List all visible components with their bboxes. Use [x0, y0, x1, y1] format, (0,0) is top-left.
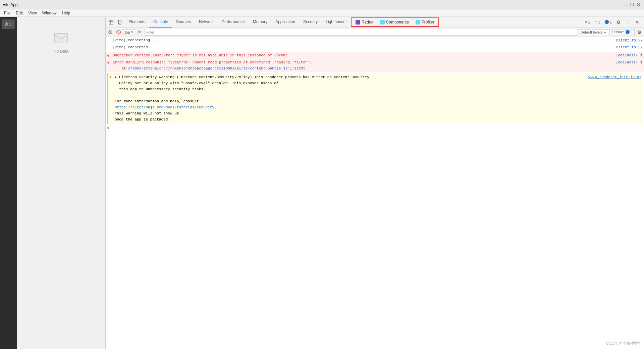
console-text-vite-connecting: [vite] connecting... [112, 37, 613, 43]
warning-badge: ⚠ 1 [593, 19, 602, 24]
profiler-icon [416, 20, 420, 24]
tab-application[interactable]: Application [271, 17, 299, 28]
svg-point-5 [119, 23, 120, 24]
clear-icon [108, 30, 113, 35]
tab-sources[interactable]: Sources [172, 17, 195, 28]
phone-icon [117, 20, 122, 24]
warning-icon: ⚠ [594, 20, 598, 24]
prompt-arrow: > [107, 126, 109, 132]
tab-network[interactable]: Network [195, 17, 218, 28]
source-localhost-1a[interactable]: localhost/:1 [616, 52, 642, 58]
context-dropdown-icon: ▼ [130, 31, 133, 34]
tab-elements[interactable]: Elements [124, 17, 149, 28]
console-content: [vite] connecting... client.ts:22 [vite]… [106, 37, 644, 349]
app-content: No Data [17, 17, 106, 349]
svg-rect-1 [109, 20, 113, 24]
inspect-element-button[interactable] [107, 18, 115, 26]
context-selector[interactable]: top ▼ [123, 30, 135, 35]
maximize-button[interactable]: ❐ [629, 2, 635, 7]
menu-view[interactable]: View [25, 10, 40, 16]
console-text-typeerror: Error handling response: TypeError: Cann… [113, 59, 613, 71]
console-text-warning: ▸ Electron Security Warning (Insecure Co… [115, 74, 586, 122]
minimize-button[interactable]: — [623, 2, 628, 7]
toolbar-right: ⊗ 2 ⚠ 1 🔵 1 ⚙ ⋮ ✕ [583, 18, 643, 26]
tab-security[interactable]: Security [299, 17, 322, 28]
error-block: ⊗ Unchecked runtime.lastError: "sync" is… [106, 52, 644, 72]
info-icon: 🔵 [604, 20, 609, 24]
error-count: 2 [588, 20, 590, 24]
context-label: top [125, 30, 130, 34]
tab-performance[interactable]: Performance [218, 17, 249, 28]
error-icon: ⊗ [585, 20, 588, 24]
filter-toggle-button[interactable]: 🚫 [115, 29, 122, 36]
more-icon: ⋮ [626, 19, 630, 25]
levels-dropdown-icon: ▼ [603, 31, 606, 34]
error-source-link[interactable]: chrome-extension://nnkeneojohoepcdiagonc… [128, 66, 305, 70]
tab-redux[interactable]: Redux [352, 18, 377, 26]
tab-lighthouse[interactable]: Lighthouse [322, 17, 350, 28]
error-icon-2: ⊗ [107, 60, 110, 66]
menu-edit[interactable]: Edit [13, 10, 25, 16]
source-client-52[interactable]: client.ts:52 [616, 44, 643, 50]
error-badge: ⊗ 2 [583, 19, 592, 24]
issues-label: 1 Issue: 🔵 1 [611, 30, 633, 34]
extension-tabs-group: Redux Components Profiler [351, 17, 439, 27]
default-levels-dropdown[interactable]: Default levels ▼ [579, 29, 608, 35]
console-row-vite-connected: [vite] connected. client.ts:52 [106, 44, 644, 51]
title-bar: Vite App — ❐ ✕ [0, 0, 644, 9]
main-container: 点击 No Data [0, 17, 644, 349]
live-expressions-button[interactable]: 👁 [137, 29, 143, 36]
sidebar: 点击 [0, 17, 17, 349]
menu-file[interactable]: File [1, 10, 13, 16]
console-row-typeerror: ⊗ Error handling response: TypeError: Ca… [106, 59, 644, 72]
components-tab-label: Components [386, 20, 409, 24]
menu-window[interactable]: Window [40, 10, 59, 16]
console-settings-button[interactable]: ⚙ [636, 29, 643, 36]
no-data-icon [53, 30, 69, 46]
devtools-close-button[interactable]: ✕ [633, 18, 641, 26]
tab-console[interactable]: Console [149, 17, 172, 28]
app-title: Vite App [3, 2, 17, 7]
device-toolbar-button[interactable] [116, 18, 124, 26]
warning-count: 1 [598, 20, 600, 24]
redux-icon [356, 20, 360, 24]
devtools-more-button[interactable]: ⋮ [624, 18, 632, 26]
profiler-tab-label: Profiler [422, 20, 434, 24]
clear-console-button[interactable] [107, 29, 114, 36]
console-text-runtime-error: Unchecked runtime.lastError: "sync" is n… [113, 52, 613, 58]
info-badge: 🔵 1 [603, 19, 613, 24]
default-levels-label: Default levels [580, 30, 602, 34]
console-row-warning: ▲ ▸ Electron Security Warning (Insecure … [107, 73, 643, 124]
issues-badge: 1 Issue: 🔵 1 [609, 29, 635, 35]
devtools-panel: Elements Console Sources Network Perform… [106, 17, 644, 349]
close-button[interactable]: ✕ [636, 2, 641, 7]
watermark: CSDN @小鲁-同学 [606, 341, 640, 346]
source-client-22[interactable]: client.ts:22 [616, 37, 643, 43]
svg-rect-0 [54, 34, 68, 43]
redux-tab-label: Redux [362, 20, 373, 24]
close-devtools-icon: ✕ [635, 19, 639, 25]
tabs-container: Elements Console Sources Network Perform… [124, 17, 583, 28]
source-localhost-1b[interactable]: localhost/:1 [616, 59, 642, 65]
sidebar-click-button[interactable]: 点击 [2, 19, 15, 29]
tab-memory[interactable]: Memory [249, 17, 271, 28]
inspect-icon [109, 20, 113, 24]
svg-line-7 [109, 31, 111, 33]
devtools-toolbar: Elements Console Sources Network Perform… [106, 17, 644, 28]
devtools-settings-button[interactable]: ⚙ [614, 18, 623, 26]
filter-input[interactable] [145, 29, 577, 36]
console-row-runtime-error: ⊗ Unchecked runtime.lastError: "sync" is… [106, 52, 644, 59]
console-row-vite-connecting: [vite] connecting... client.ts:22 [106, 37, 644, 44]
title-bar-left: Vite App [3, 2, 17, 7]
console-text-vite-connected: [vite] connected. [112, 44, 613, 50]
menu-help[interactable]: Help [59, 10, 73, 16]
info-count: 1 [610, 20, 612, 24]
tab-components[interactable]: Components [377, 18, 412, 26]
gear-icon: ⚙ [616, 19, 621, 25]
warning-icon-row: ▲ [109, 74, 112, 80]
title-bar-controls: — ❐ ✕ [623, 2, 641, 7]
security-link[interactable]: https://electronjs.org/docs/tutorial/sec… [115, 105, 214, 109]
tab-profiler[interactable]: Profiler [412, 18, 438, 26]
source-vm76[interactable]: VM76_renderer_init.js:97 [588, 74, 641, 80]
filter-right: Default levels ▼ 1 Issue: 🔵 1 ⚙ [579, 29, 643, 36]
